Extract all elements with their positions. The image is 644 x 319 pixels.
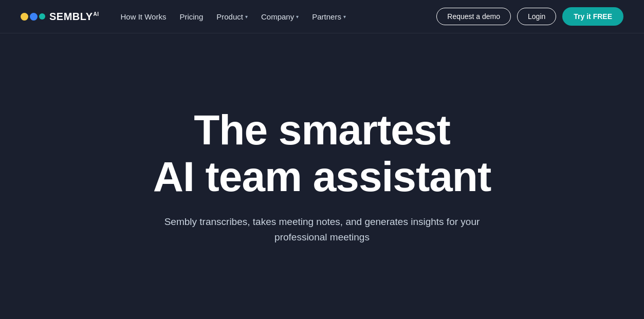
hero-title-line1: The smartest: [194, 106, 450, 153]
hero-section: The smartest AI team assistant Sembly tr…: [0, 33, 644, 319]
logo-ai: AI: [94, 11, 99, 17]
dot-blue: [30, 13, 38, 21]
nav-how-it-works[interactable]: How It Works: [116, 9, 172, 24]
logo-brand: SEMBLY: [49, 11, 93, 22]
try-free-button[interactable]: Try it FREE: [562, 7, 623, 26]
navbar-left: SEMBLYAI How It Works Pricing Product ▾ …: [21, 9, 351, 24]
nav-company[interactable]: Company ▾: [256, 9, 304, 24]
product-chevron-icon: ▾: [245, 14, 248, 20]
hero-subtitle: Sembly transcribes, takes meeting notes,…: [148, 214, 497, 246]
dot-yellow: [21, 13, 28, 21]
navbar: SEMBLYAI How It Works Pricing Product ▾ …: [0, 0, 644, 33]
partners-chevron-icon: ▾: [343, 14, 346, 20]
nav-links: How It Works Pricing Product ▾ Company ▾…: [116, 9, 351, 24]
hero-title: The smartest AI team assistant: [153, 107, 491, 199]
nav-product[interactable]: Product ▾: [211, 9, 253, 24]
hero-title-line2: AI team assistant: [153, 153, 491, 200]
nav-pricing[interactable]: Pricing: [174, 9, 208, 24]
request-demo-button[interactable]: Request a demo: [436, 8, 511, 25]
company-chevron-icon: ▾: [296, 14, 299, 20]
logo[interactable]: SEMBLYAI: [21, 11, 99, 23]
dot-teal: [39, 13, 45, 20]
navbar-right: Request a demo Login Try it FREE: [436, 7, 623, 26]
login-button[interactable]: Login: [517, 8, 556, 25]
logo-dots: [21, 13, 45, 21]
logo-text: SEMBLYAI: [49, 11, 99, 23]
nav-partners[interactable]: Partners ▾: [307, 9, 351, 24]
